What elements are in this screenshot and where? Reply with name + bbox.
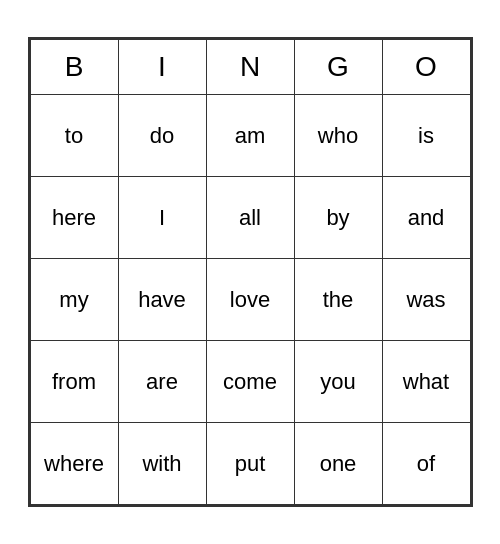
table-cell: one (294, 423, 382, 505)
bingo-body: todoamwhoishereIallbyandmyhavelovethewas… (30, 95, 470, 505)
table-cell: my (30, 259, 118, 341)
table-cell: was (382, 259, 470, 341)
header-row: B I N G O (30, 40, 470, 95)
col-n: N (206, 40, 294, 95)
table-cell: you (294, 341, 382, 423)
table-row: todoamwhois (30, 95, 470, 177)
bingo-card: B I N G O todoamwhoishereIallbyandmyhave… (28, 37, 473, 507)
table-cell: love (206, 259, 294, 341)
table-cell: here (30, 177, 118, 259)
table-cell: by (294, 177, 382, 259)
col-b: B (30, 40, 118, 95)
col-g: G (294, 40, 382, 95)
table-cell: from (30, 341, 118, 423)
col-o: O (382, 40, 470, 95)
table-cell: where (30, 423, 118, 505)
bingo-table: B I N G O todoamwhoishereIallbyandmyhave… (30, 39, 471, 505)
table-row: hereIallbyand (30, 177, 470, 259)
table-cell: who (294, 95, 382, 177)
table-row: fromarecomeyouwhat (30, 341, 470, 423)
table-cell: have (118, 259, 206, 341)
table-cell: am (206, 95, 294, 177)
table-cell: all (206, 177, 294, 259)
table-cell: do (118, 95, 206, 177)
table-cell: the (294, 259, 382, 341)
table-cell: and (382, 177, 470, 259)
table-cell: are (118, 341, 206, 423)
table-cell: put (206, 423, 294, 505)
table-row: wherewithputoneof (30, 423, 470, 505)
table-cell: of (382, 423, 470, 505)
col-i: I (118, 40, 206, 95)
table-cell: is (382, 95, 470, 177)
table-cell: come (206, 341, 294, 423)
table-cell: what (382, 341, 470, 423)
table-cell: I (118, 177, 206, 259)
table-row: myhavelovethewas (30, 259, 470, 341)
table-cell: to (30, 95, 118, 177)
table-cell: with (118, 423, 206, 505)
